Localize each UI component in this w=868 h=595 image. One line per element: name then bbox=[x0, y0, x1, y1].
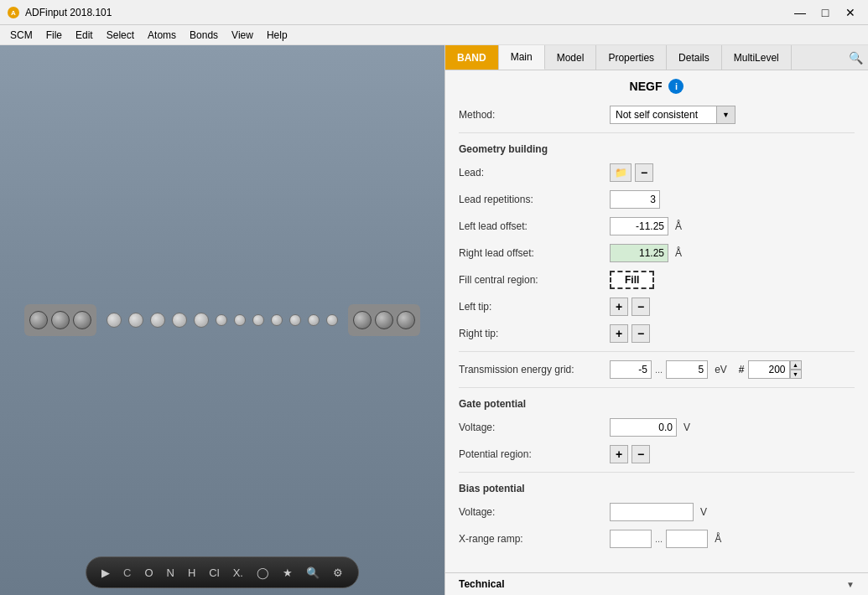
atom-x-button[interactable]: X. bbox=[230, 565, 247, 581]
chain-atom bbox=[234, 314, 246, 326]
transmission-row: Transmission energy grid: ... eV # ▲ ▼ bbox=[459, 359, 855, 380]
left-tip-label: Left tip: bbox=[459, 301, 610, 313]
lead-atom bbox=[353, 311, 372, 329]
left-tip-remove-button[interactable]: − bbox=[632, 298, 650, 316]
method-row: Method: Not self consistent ▼ bbox=[459, 104, 855, 126]
maximize-button[interactable]: □ bbox=[814, 3, 836, 22]
xrange-from-input[interactable] bbox=[610, 530, 652, 548]
menu-file[interactable]: File bbox=[39, 28, 69, 43]
gate-potential-region-row: Potential region: + − bbox=[459, 443, 855, 465]
gate-region-remove-button[interactable]: − bbox=[632, 445, 650, 463]
gate-voltage-unit: V bbox=[683, 422, 690, 433]
left-lead-offset-unit: Å bbox=[675, 220, 682, 232]
left-tip-add-button[interactable]: + bbox=[610, 298, 628, 316]
right-tip-remove-button[interactable]: − bbox=[632, 324, 650, 343]
minimize-button[interactable]: — bbox=[789, 3, 811, 22]
right-lead-offset-label: Right lead offset: bbox=[459, 247, 610, 259]
chain-atom bbox=[289, 314, 301, 326]
bias-voltage-input[interactable] bbox=[610, 503, 694, 521]
tab-bar: BAND Main Model Properties Details Multi… bbox=[445, 45, 868, 70]
transmission-count-up[interactable]: ▲ bbox=[790, 360, 802, 370]
tab-properties[interactable]: Properties bbox=[596, 45, 667, 70]
divider3 bbox=[459, 387, 855, 388]
lead-file-button[interactable]: 📁 bbox=[610, 163, 632, 182]
atom-c-button[interactable]: C bbox=[120, 565, 134, 581]
range-separator: ... bbox=[653, 365, 664, 375]
menu-help[interactable]: Help bbox=[260, 28, 294, 43]
search-tool-button[interactable]: 🔍 bbox=[303, 565, 323, 581]
lead-repetitions-label: Lead repetitions: bbox=[459, 194, 610, 205]
transmission-from-input[interactable] bbox=[610, 360, 652, 379]
gate-voltage-control: V bbox=[610, 418, 690, 437]
gate-potential-region-label: Potential region: bbox=[459, 448, 610, 460]
atom-ring-button[interactable]: ◯ bbox=[253, 565, 273, 581]
settings-tool-button[interactable]: ⚙ bbox=[330, 565, 346, 581]
negf-title: NEGF bbox=[630, 80, 663, 93]
menu-bonds[interactable]: Bonds bbox=[183, 28, 225, 43]
menu-atoms[interactable]: Atoms bbox=[141, 28, 183, 43]
gate-potential-section: Gate potential bbox=[459, 398, 855, 410]
xrange-to-input[interactable] bbox=[666, 530, 708, 548]
fill-central-row: Fill central region: Fill bbox=[459, 269, 855, 291]
left-lead-offset-row: Left lead offset: Å bbox=[459, 215, 855, 237]
section-title: NEGF i bbox=[459, 79, 855, 94]
tab-multilevel[interactable]: MultiLevel bbox=[722, 45, 792, 70]
lead-remove-button[interactable]: − bbox=[635, 163, 653, 182]
transmission-hash: # bbox=[739, 364, 745, 375]
method-dropdown[interactable]: Not self consistent ▼ bbox=[610, 106, 735, 124]
xrange-sep: ... bbox=[653, 534, 664, 544]
gate-voltage-input[interactable] bbox=[610, 418, 677, 437]
lead-control: 📁 − bbox=[610, 163, 653, 182]
method-value: Not self consistent bbox=[611, 109, 716, 121]
right-tip-control: + − bbox=[610, 324, 650, 343]
lead-repetitions-input[interactable] bbox=[610, 190, 660, 209]
bias-xrange-row: X-range ramp: ... Å bbox=[459, 528, 855, 550]
left-lead-offset-input[interactable] bbox=[610, 217, 668, 235]
lead-atom bbox=[73, 311, 91, 329]
divider2 bbox=[459, 351, 855, 352]
chain-atom bbox=[216, 314, 227, 326]
app-icon: A bbox=[7, 6, 20, 19]
star-button[interactable]: ★ bbox=[279, 565, 296, 581]
tab-model[interactable]: Model bbox=[545, 45, 597, 70]
content-area[interactable]: NEGF i Method: Not self consistent ▼ Geo… bbox=[445, 70, 868, 572]
technical-row[interactable]: Technical ▼ bbox=[445, 572, 868, 595]
fill-button[interactable]: Fill bbox=[610, 271, 654, 289]
bias-voltage-control: V bbox=[610, 503, 707, 521]
gate-region-add-button[interactable]: + bbox=[610, 445, 628, 463]
transmission-to-input[interactable] bbox=[666, 360, 708, 379]
transmission-count-input[interactable] bbox=[748, 360, 790, 379]
chain-atom bbox=[326, 314, 338, 326]
bottom-toolbar: ▶ C O N H Cl X. ◯ ★ 🔍 ⚙ bbox=[86, 556, 359, 588]
menu-scm[interactable]: SCM bbox=[3, 28, 39, 43]
divider bbox=[459, 132, 855, 133]
left-lead bbox=[24, 304, 96, 336]
atom-h-button[interactable]: H bbox=[185, 565, 199, 581]
atom-cl-button[interactable]: Cl bbox=[205, 565, 222, 581]
menu-edit[interactable]: Edit bbox=[69, 28, 100, 43]
atom-o-button[interactable]: O bbox=[141, 565, 156, 581]
bias-voltage-row: Voltage: V bbox=[459, 501, 855, 523]
info-button[interactable]: i bbox=[668, 79, 683, 94]
menu-select[interactable]: Select bbox=[100, 28, 141, 43]
tab-main[interactable]: Main bbox=[499, 45, 545, 70]
transmission-count-down[interactable]: ▼ bbox=[790, 370, 802, 379]
chain-atom bbox=[252, 314, 264, 326]
technical-label: Technical bbox=[459, 578, 846, 590]
method-label: Method: bbox=[459, 109, 610, 121]
lead-atom bbox=[375, 311, 393, 329]
right-lead-offset-input[interactable] bbox=[610, 244, 668, 262]
atom-n-button[interactable]: N bbox=[164, 565, 178, 581]
right-tip-add-button[interactable]: + bbox=[610, 324, 628, 343]
tab-search-button[interactable]: 🔍 bbox=[843, 45, 868, 70]
close-button[interactable]: ✕ bbox=[839, 3, 861, 22]
transmission-spinner: ▲ ▼ bbox=[790, 360, 802, 379]
tab-band[interactable]: BAND bbox=[445, 45, 499, 70]
tab-details[interactable]: Details bbox=[667, 45, 722, 70]
cursor-tool-button[interactable]: ▶ bbox=[98, 565, 113, 581]
left-lead-offset-control: Å bbox=[610, 217, 682, 235]
svg-text:A: A bbox=[11, 9, 16, 17]
menu-view[interactable]: View bbox=[225, 28, 260, 43]
window-controls: — □ ✕ bbox=[789, 3, 861, 22]
dropdown-arrow-icon[interactable]: ▼ bbox=[716, 106, 735, 123]
